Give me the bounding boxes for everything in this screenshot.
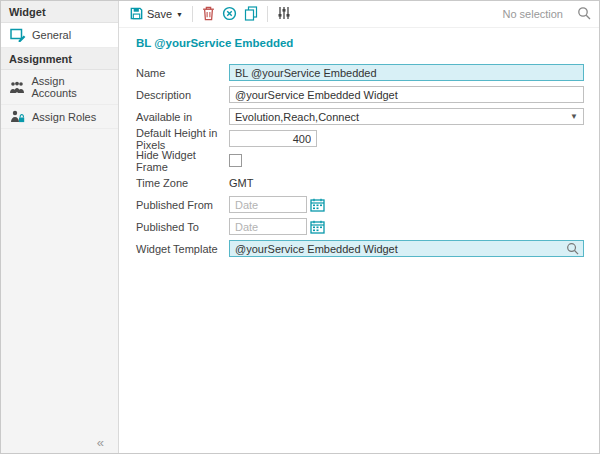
sidebar-section-assignment: Assignment	[1, 48, 118, 70]
widget-template-input[interactable]	[235, 243, 566, 255]
save-dropdown-caret[interactable]: ▼	[176, 11, 183, 18]
form-row-hide-frame: Hide Widget Frame	[136, 150, 599, 171]
form-row-description: Description	[136, 84, 599, 105]
widget-template-field[interactable]	[229, 240, 584, 257]
toolbar-separator	[267, 6, 268, 22]
field-label: Description	[136, 89, 229, 101]
toolbar: Save ▼	[119, 1, 599, 28]
field-label: Available in	[136, 111, 229, 123]
save-icon	[129, 6, 144, 23]
selection-status: No selection	[502, 8, 563, 20]
sidebar-section-widget: Widget	[1, 1, 118, 23]
cancel-icon	[222, 6, 237, 23]
form-row-published-from: Published From	[136, 194, 599, 215]
delete-button[interactable]	[202, 6, 215, 23]
field-label: Published From	[136, 199, 229, 211]
sidebar-item-general[interactable]: General	[1, 23, 118, 48]
field-label: Default Height in Pixels	[136, 127, 229, 151]
cancel-button[interactable]	[222, 6, 237, 23]
form-row-published-to: Published To	[136, 216, 599, 237]
roles-icon	[9, 110, 26, 123]
sidebar-item-label: Assign Accounts	[32, 75, 110, 99]
main-panel: Save ▼	[119, 1, 599, 453]
published-from-input[interactable]	[229, 196, 307, 213]
people-icon	[9, 81, 26, 94]
filter-icon	[277, 6, 291, 22]
field-label: Widget Template	[136, 243, 229, 255]
sidebar-item-assign-roles[interactable]: Assign Roles	[1, 105, 118, 129]
sidebar-item-label: Assign Roles	[32, 111, 96, 123]
search-icon[interactable]	[566, 242, 579, 255]
field-label: Published To	[136, 221, 229, 233]
sidebar-item-assign-accounts[interactable]: Assign Accounts	[1, 70, 118, 105]
field-label: Hide Widget Frame	[136, 149, 229, 173]
description-input[interactable]	[229, 86, 584, 103]
sidebar-item-label: General	[32, 29, 71, 41]
hide-widget-frame-checkbox[interactable]	[229, 154, 242, 167]
form-row-widget-template: Widget Template	[136, 238, 599, 259]
available-in-value: Evolution,Reach,Connect	[235, 111, 359, 123]
calendar-icon[interactable]	[310, 198, 325, 212]
form-row-name: Name	[136, 62, 599, 83]
published-to-input[interactable]	[229, 218, 307, 235]
time-zone-value: GMT	[229, 177, 253, 189]
name-input[interactable]	[229, 64, 584, 81]
page-title: BL @yourService Embedded	[136, 37, 599, 49]
available-in-select[interactable]: Evolution,Reach,Connect ▼	[229, 108, 584, 125]
save-button-label: Save	[147, 8, 172, 20]
toolbar-separator	[192, 6, 193, 22]
form-row-available-in: Available in Evolution,Reach,Connect ▼	[136, 106, 599, 127]
copy-icon	[244, 6, 258, 23]
widget-editor-window: Widget General Assignment Assign Acc	[0, 0, 600, 454]
field-label: Time Zone	[136, 177, 229, 189]
filter-button[interactable]	[277, 6, 291, 22]
general-icon	[9, 28, 26, 42]
form-row-time-zone: Time Zone GMT	[136, 172, 599, 193]
widget-form: Name Description Available in Evolution,…	[119, 62, 599, 260]
search-icon[interactable]	[577, 6, 591, 22]
delete-icon	[202, 6, 215, 23]
save-button[interactable]: Save ▼	[129, 6, 183, 23]
field-label: Name	[136, 67, 229, 79]
calendar-icon[interactable]	[310, 220, 325, 234]
sidebar-collapse-button[interactable]: «	[97, 435, 104, 450]
copy-button[interactable]	[244, 6, 258, 23]
chevron-down-icon: ▼	[570, 112, 578, 121]
form-row-default-height: Default Height in Pixels	[136, 128, 599, 149]
sidebar: Widget General Assignment Assign Acc	[1, 1, 119, 453]
default-height-input[interactable]	[229, 130, 317, 147]
